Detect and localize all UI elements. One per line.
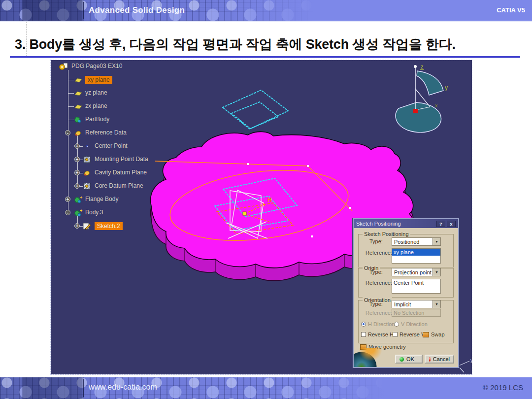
- expand-icon[interactable]: +: [65, 197, 70, 202]
- dialog-body: Sketch Positioning Type: Positioned ▼ Re…: [354, 228, 458, 367]
- footer-banner: www.edu-catia.com © 2019 LCS: [0, 377, 532, 399]
- expand-icon[interactable]: +: [74, 157, 80, 162]
- specification-tree: PDG Page03 EX10 xy plane yz plane zx pla…: [51, 60, 208, 237]
- orientation-type-dropdown[interactable]: Implicit ▼: [392, 300, 441, 308]
- tree-item-body3[interactable]: - + Body.3: [51, 207, 208, 218]
- ok-button[interactable]: OK: [395, 355, 423, 364]
- datum-icon: [82, 182, 92, 190]
- tree-item-reference-data[interactable]: - Reference Data: [51, 128, 208, 138]
- swap-label: Swap: [431, 332, 445, 337]
- h-direction-label: H Direction: [368, 321, 395, 327]
- help-icon[interactable]: ?: [436, 221, 445, 227]
- part-icon: [59, 63, 68, 70]
- tree-item-sketch2[interactable]: + Sketch.2: [51, 221, 208, 232]
- dialog-titlebar[interactable]: Sketch Positioning ? x: [354, 219, 458, 228]
- body-plus-icon: +: [73, 196, 83, 203]
- reverse-h-checkbox[interactable]: [361, 332, 366, 337]
- header-banner: Advanced Solid Design CATIA V5: [0, 0, 532, 22]
- body-icon: [82, 169, 92, 177]
- plane-icon: [73, 89, 83, 97]
- compass-y-label: y: [445, 84, 448, 91]
- origin-reference-label: Reference:: [366, 280, 392, 286]
- expand-icon[interactable]: +: [74, 183, 80, 189]
- cancel-icon: [429, 357, 431, 362]
- tree-item-zx-plane[interactable]: zx plane: [51, 101, 208, 112]
- tree-item-flange-body[interactable]: + + Flange Body: [51, 194, 208, 205]
- banner-divider: [83, 379, 84, 397]
- tree-item-center-point[interactable]: + Center Point: [51, 141, 208, 152]
- reverse-v-checkbox[interactable]: [393, 332, 398, 337]
- copyright-label: © 2019 LCS: [483, 383, 523, 392]
- origin-type-label: Type:: [369, 269, 383, 275]
- footer-url[interactable]: www.edu-catia.com: [89, 383, 157, 392]
- chevron-down-icon[interactable]: ▼: [432, 268, 440, 276]
- datum-icon: [82, 156, 92, 164]
- origin-reference-field[interactable]: Center Point: [392, 279, 441, 294]
- close-icon[interactable]: x: [447, 221, 456, 227]
- orientation-type-label: Type:: [369, 301, 383, 307]
- sketch-icon: [82, 222, 92, 230]
- slide-title: 3. Body를 생성 후, 다음의 작업 평면과 작업 축에 Sketch 생…: [15, 35, 456, 53]
- h-direction-radio[interactable]: [361, 322, 366, 327]
- expand-icon[interactable]: +: [74, 223, 80, 229]
- compass-x-label: x: [435, 102, 438, 108]
- chevron-down-icon[interactable]: ▼: [432, 238, 440, 245]
- banner-divider: [83, 2, 84, 19]
- partbody-icon: [73, 116, 83, 124]
- compass-z-label: z: [421, 64, 424, 69]
- point-icon: [82, 142, 92, 150]
- plane-icon: [73, 76, 83, 84]
- axis-y-label: y: [470, 358, 472, 363]
- h-axis-label: H: [267, 197, 272, 203]
- dialog-title: Sketch Positioning: [356, 221, 435, 227]
- tree-item-root[interactable]: PDG Page03 EX10: [51, 61, 208, 72]
- tree-item-xy-plane[interactable]: xy plane: [51, 74, 208, 85]
- cancel-button[interactable]: Cancel: [425, 355, 454, 364]
- swap-icon[interactable]: [423, 332, 429, 337]
- svg-text:+: +: [80, 196, 82, 200]
- svg-text:+: +: [80, 209, 82, 213]
- expand-icon[interactable]: +: [74, 143, 80, 149]
- tree-item-partbody[interactable]: PartBody: [51, 114, 208, 125]
- dialog-corner-sphere: [354, 348, 382, 367]
- origin-type-dropdown[interactable]: Projection point ▼: [392, 268, 441, 276]
- expand-icon[interactable]: +: [74, 170, 80, 175]
- plane-icon: [73, 102, 83, 110]
- sp-reference-label: Reference:: [366, 250, 392, 256]
- course-title: Advanced Solid Design: [89, 5, 185, 15]
- reverse-v-label: Reverse V: [399, 332, 425, 337]
- axis-x-label: x: [464, 373, 466, 374]
- v-direction-radio[interactable]: [394, 322, 399, 327]
- orientation-reference-label: Reference:: [366, 310, 392, 316]
- body-plus-icon: +: [73, 209, 83, 217]
- dotted-plane-upper: [223, 90, 288, 129]
- orientation-reference-field: No Selection: [392, 309, 441, 317]
- collapse-icon[interactable]: -: [65, 210, 70, 215]
- product-label: CATIA V5: [497, 6, 525, 14]
- catia-viewport[interactable]: H z y x z y x: [51, 60, 472, 374]
- reverse-h-label: Reverse H: [368, 332, 394, 337]
- title-underline: [10, 56, 520, 58]
- body-icon: [73, 129, 83, 137]
- sp-type-label: Type:: [369, 238, 383, 244]
- tree-item-mounting-point-data[interactable]: + Mounting Point Data: [51, 154, 208, 165]
- sp-reference-field[interactable]: xy plane: [392, 248, 441, 264]
- origin-point[interactable]: [243, 212, 246, 215]
- tree-item-core-datum-plane[interactable]: + Core Datum Plane: [51, 181, 208, 192]
- tree-item-yz-plane[interactable]: yz plane: [51, 88, 208, 99]
- compass[interactable]: z y x: [396, 64, 448, 133]
- collapse-icon[interactable]: -: [65, 130, 70, 135]
- sp-type-dropdown[interactable]: Positioned ▼: [392, 237, 441, 246]
- v-direction-label: V Direction: [401, 321, 428, 327]
- sketch-positioning-dialog[interactable]: Sketch Positioning ? x Sketch Positionin…: [353, 218, 459, 368]
- tree-item-cavity-datum-plane[interactable]: + Cavity Datum Plane: [51, 167, 208, 178]
- chevron-down-icon[interactable]: ▼: [432, 300, 440, 308]
- ok-icon: [399, 357, 404, 362]
